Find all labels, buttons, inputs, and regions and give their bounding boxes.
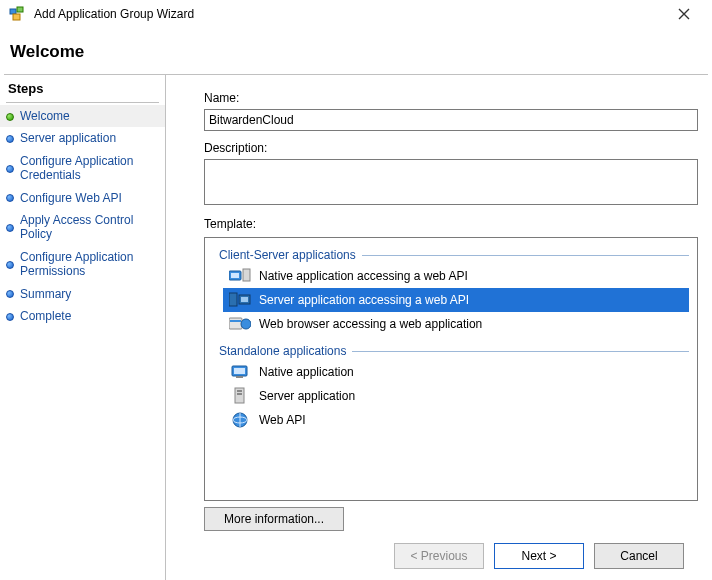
group-title: Client-Server applications [219, 248, 356, 262]
template-native-app[interactable]: Native application [223, 360, 689, 384]
step-configure-permissions[interactable]: Configure Application Permissions [0, 246, 165, 283]
svg-rect-9 [229, 318, 242, 329]
svg-rect-4 [231, 273, 239, 278]
template-list: Client-Server applications Native applic… [204, 237, 698, 501]
divider [352, 351, 689, 352]
svg-rect-17 [237, 393, 242, 395]
description-input[interactable] [204, 159, 698, 205]
svg-rect-0 [10, 9, 16, 14]
template-label: Native application accessing a web API [259, 269, 468, 283]
step-label: Configure Web API [20, 191, 122, 205]
more-information-button[interactable]: More information... [204, 507, 344, 531]
template-label: Server application [259, 389, 355, 403]
svg-rect-1 [17, 7, 23, 12]
divider [362, 255, 689, 256]
template-label: Web browser accessing a web application [259, 317, 482, 331]
svg-rect-2 [13, 14, 20, 20]
footer-buttons: < Previous Next > Cancel [204, 531, 698, 573]
window-title: Add Application Group Wizard [34, 7, 664, 21]
step-complete[interactable]: Complete [0, 305, 165, 327]
web-api-icon [229, 411, 251, 429]
content-pane: Name: Description: Template: Client-Serv… [166, 75, 712, 580]
bullet-icon [6, 224, 14, 232]
native-app-icon [229, 363, 251, 381]
description-label: Description: [204, 141, 698, 155]
server-app-icon [229, 387, 251, 405]
group-client-server: Client-Server applications [219, 248, 689, 262]
step-configure-credentials[interactable]: Configure Application Credentials [0, 150, 165, 187]
svg-rect-8 [241, 297, 248, 302]
step-label: Complete [20, 309, 71, 323]
next-button[interactable]: Next > [494, 543, 584, 569]
group-standalone: Standalone applications [219, 344, 689, 358]
template-server-client-api[interactable]: Server application accessing a web API [223, 288, 689, 312]
name-input[interactable] [204, 109, 698, 131]
previous-button: < Previous [394, 543, 484, 569]
svg-rect-10 [230, 320, 241, 322]
step-summary[interactable]: Summary [0, 283, 165, 305]
bullet-icon [6, 165, 14, 173]
close-button[interactable] [664, 2, 704, 26]
svg-rect-6 [229, 293, 237, 306]
native-client-api-icon [229, 267, 251, 285]
server-client-api-icon [229, 291, 251, 309]
template-label: Native application [259, 365, 354, 379]
svg-point-11 [241, 319, 251, 329]
step-label: Summary [20, 287, 71, 301]
template-browser-webapp[interactable]: Web browser accessing a web application [223, 312, 689, 336]
step-label: Server application [20, 131, 116, 145]
page-title: Welcome [0, 28, 712, 72]
svg-rect-13 [234, 368, 245, 374]
template-web-api[interactable]: Web API [223, 408, 689, 432]
cancel-button[interactable]: Cancel [594, 543, 684, 569]
step-access-control[interactable]: Apply Access Control Policy [0, 209, 165, 246]
template-label: Server application accessing a web API [259, 293, 469, 307]
template-label: Template: [204, 217, 698, 231]
template-server-app[interactable]: Server application [223, 384, 689, 408]
svg-rect-5 [243, 269, 250, 281]
step-configure-web-api[interactable]: Configure Web API [0, 187, 165, 209]
bullet-icon [6, 194, 14, 202]
step-label: Apply Access Control Policy [20, 213, 157, 242]
svg-rect-16 [237, 390, 242, 392]
svg-rect-14 [236, 376, 243, 378]
bullet-icon [6, 290, 14, 298]
step-welcome[interactable]: Welcome [0, 105, 165, 127]
steps-sidebar: Steps Welcome Server application Configu… [0, 75, 166, 580]
bullet-icon [6, 135, 14, 143]
group-title: Standalone applications [219, 344, 346, 358]
app-icon [6, 5, 28, 23]
bullet-icon [6, 313, 14, 321]
template-label: Web API [259, 413, 305, 427]
step-server-application[interactable]: Server application [0, 127, 165, 149]
step-label: Welcome [20, 109, 70, 123]
step-label: Configure Application Permissions [20, 250, 157, 279]
template-native-client-api[interactable]: Native application accessing a web API [223, 264, 689, 288]
titlebar: Add Application Group Wizard [0, 0, 712, 28]
divider [6, 102, 159, 103]
step-label: Configure Application Credentials [20, 154, 157, 183]
browser-webapp-icon [229, 315, 251, 333]
name-label: Name: [204, 91, 698, 105]
bullet-icon [6, 261, 14, 269]
bullet-icon [6, 113, 14, 121]
steps-title: Steps [0, 81, 165, 100]
